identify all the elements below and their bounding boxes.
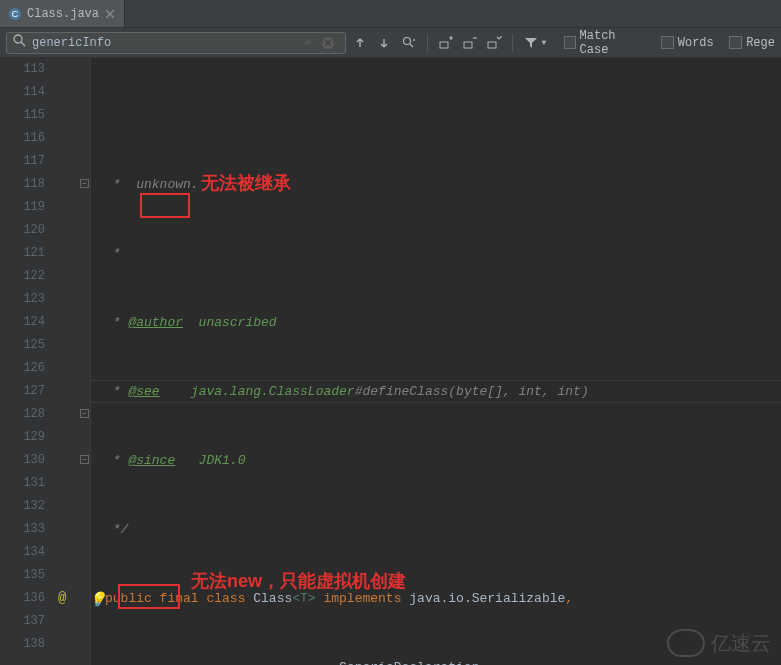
annotation-label-2: 无法new，只能虚拟机创建 bbox=[191, 570, 406, 593]
line-number: 123 bbox=[0, 288, 45, 311]
file-tab[interactable]: C Class.java bbox=[0, 0, 125, 27]
close-tab-icon[interactable] bbox=[104, 8, 116, 20]
line-number: 115 bbox=[0, 104, 45, 127]
code-text: @since bbox=[128, 453, 175, 468]
line-number: 137 bbox=[0, 610, 45, 633]
words-option[interactable]: Words bbox=[661, 36, 714, 50]
checkbox-icon bbox=[729, 36, 742, 49]
code-text: final bbox=[160, 591, 199, 606]
code-text: <T> bbox=[292, 591, 315, 606]
checkbox-icon bbox=[564, 36, 576, 49]
svg-rect-9 bbox=[488, 42, 496, 48]
next-match-icon[interactable] bbox=[374, 32, 394, 54]
code-text: * bbox=[105, 315, 128, 330]
svg-line-3 bbox=[21, 42, 25, 46]
filter-icon[interactable] bbox=[521, 32, 541, 54]
line-number: 113 bbox=[0, 58, 45, 81]
code-text: * bbox=[105, 384, 128, 399]
code-text: class bbox=[199, 591, 254, 606]
line-number: 133 bbox=[0, 518, 45, 541]
override-marker[interactable]: @ bbox=[58, 587, 66, 610]
search-input[interactable] bbox=[32, 36, 298, 50]
code-text: */ bbox=[105, 522, 128, 537]
line-number: 125 bbox=[0, 334, 45, 357]
regex-label: Rege bbox=[746, 36, 775, 50]
svg-text:C: C bbox=[12, 9, 19, 19]
words-label: Words bbox=[678, 36, 714, 50]
search-everywhere-icon[interactable] bbox=[398, 32, 418, 54]
intention-bulb-icon[interactable]: 💡 bbox=[89, 589, 106, 612]
enter-hint-icon: ⏎ bbox=[304, 36, 311, 49]
code-text: public bbox=[105, 591, 160, 606]
svg-point-2 bbox=[14, 35, 22, 43]
svg-line-6 bbox=[410, 44, 413, 47]
code-text: Class bbox=[253, 591, 292, 606]
highlight-box-final bbox=[140, 193, 190, 218]
line-number: 134 bbox=[0, 541, 45, 564]
add-selection-icon[interactable] bbox=[436, 32, 456, 54]
code-text: GenericDeclaration bbox=[339, 660, 479, 665]
match-case-label: Match Case bbox=[580, 29, 646, 57]
code-text: implements bbox=[316, 591, 410, 606]
code-text: java.io.Serializable bbox=[409, 591, 565, 606]
fold-collapse-icon[interactable]: − bbox=[80, 409, 89, 418]
line-number: 131 bbox=[0, 472, 45, 495]
annotation-label-1: 无法被继承 bbox=[201, 172, 291, 195]
code-text: * bbox=[105, 453, 128, 468]
code-text: unascribed bbox=[183, 315, 277, 330]
remove-selection-icon[interactable] bbox=[460, 32, 480, 54]
line-number: 129 bbox=[0, 426, 45, 449]
code-text: java.lang.ClassLoader bbox=[160, 384, 355, 399]
line-number: 114 bbox=[0, 81, 45, 104]
line-number-gutter: 1131141151161171181191201211221231241251… bbox=[0, 58, 55, 665]
line-number: 138 bbox=[0, 633, 45, 656]
code-text: @author bbox=[128, 315, 183, 330]
line-number: 130 bbox=[0, 449, 45, 472]
editor[interactable]: 1131141151161171181191201211221231241251… bbox=[0, 58, 781, 665]
search-icon bbox=[13, 34, 26, 51]
svg-point-5 bbox=[403, 37, 410, 44]
svg-rect-8 bbox=[464, 42, 472, 48]
line-number: 128 bbox=[0, 403, 45, 426]
line-number: 132 bbox=[0, 495, 45, 518]
match-case-option[interactable]: Match Case bbox=[564, 29, 646, 57]
java-class-icon: C bbox=[8, 7, 22, 21]
code-text: JDK1.0 bbox=[175, 453, 245, 468]
annotation-gutter: @ bbox=[55, 58, 79, 665]
checkbox-icon bbox=[661, 36, 674, 49]
find-toolbar: ⏎ ▼ Match Case Words Rege bbox=[0, 28, 781, 58]
line-number: 121 bbox=[0, 242, 45, 265]
chevron-down-icon[interactable]: ▼ bbox=[541, 38, 546, 47]
regex-option[interactable]: Rege bbox=[729, 36, 775, 50]
code-text: #defineClass(byte[], int, int) bbox=[355, 384, 589, 399]
divider bbox=[512, 34, 513, 52]
svg-rect-7 bbox=[440, 42, 448, 48]
code-text: * unknown. bbox=[105, 177, 199, 192]
line-number: 127 bbox=[0, 380, 45, 403]
code-area[interactable]: * unknown. * * @author unascribed * @see… bbox=[91, 58, 781, 665]
clear-search-icon[interactable] bbox=[317, 32, 339, 54]
line-number: 116 bbox=[0, 127, 45, 150]
select-all-icon[interactable] bbox=[484, 32, 504, 54]
code-text: * bbox=[105, 246, 121, 261]
line-number: 118 bbox=[0, 173, 45, 196]
line-number: 120 bbox=[0, 219, 45, 242]
line-number: 117 bbox=[0, 150, 45, 173]
line-number: 122 bbox=[0, 265, 45, 288]
prev-match-icon[interactable] bbox=[350, 32, 370, 54]
line-number: 124 bbox=[0, 311, 45, 334]
divider bbox=[427, 34, 428, 52]
fold-collapse-icon[interactable]: − bbox=[80, 455, 89, 464]
line-number: 136 bbox=[0, 587, 45, 610]
code-text: @see bbox=[128, 384, 159, 399]
fold-collapse-icon[interactable]: − bbox=[80, 179, 89, 188]
tab-bar: C Class.java bbox=[0, 0, 781, 28]
line-number: 135 bbox=[0, 564, 45, 587]
line-number: 119 bbox=[0, 196, 45, 219]
tab-filename: Class.java bbox=[27, 7, 99, 21]
search-box: ⏎ bbox=[6, 32, 346, 54]
line-number: 126 bbox=[0, 357, 45, 380]
